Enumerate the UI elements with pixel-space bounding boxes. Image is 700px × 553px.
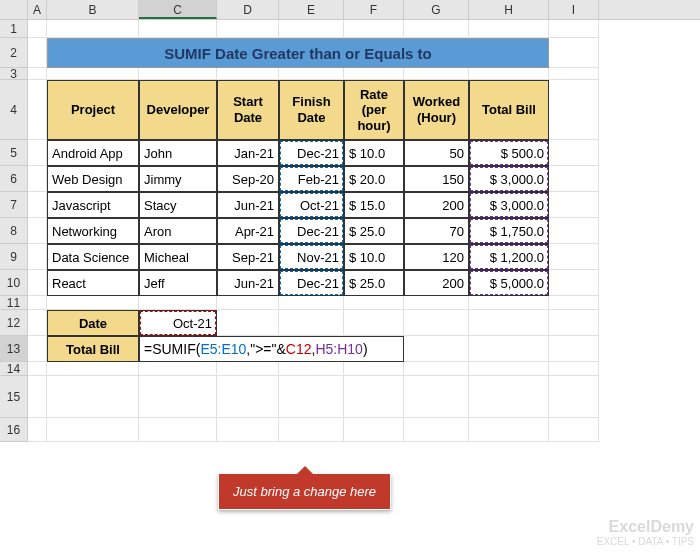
cell-12-5[interactable] <box>279 310 344 336</box>
cell-start-0[interactable]: Jan-21 <box>217 140 279 166</box>
cell-3-6[interactable] <box>344 68 404 80</box>
cell-15-8[interactable] <box>469 376 549 418</box>
cell-1-4[interactable] <box>217 20 279 38</box>
cell-start-4[interactable]: Sep-21 <box>217 244 279 270</box>
col-header-C[interactable]: C <box>139 0 217 19</box>
cell-3-5[interactable] <box>279 68 344 80</box>
cell-11-9[interactable] <box>549 296 599 310</box>
cell-total-0[interactable]: $ 500.0 <box>469 140 549 166</box>
cell-14-3[interactable] <box>139 362 217 376</box>
cell-7-9[interactable] <box>549 192 599 218</box>
cell-12-4[interactable] <box>217 310 279 336</box>
cell-total-5[interactable]: $ 5,000.0 <box>469 270 549 296</box>
row-header-16[interactable]: 16 <box>0 418 28 442</box>
cell-1-3[interactable] <box>139 20 217 38</box>
col-header-D[interactable]: D <box>217 0 279 19</box>
cell-2-9[interactable] <box>549 38 599 68</box>
cell-15-9[interactable] <box>549 376 599 418</box>
cell-11-4[interactable] <box>217 296 279 310</box>
cell-15-6[interactable] <box>344 376 404 418</box>
cell-13-8[interactable] <box>469 336 549 362</box>
date-value[interactable]: Oct-21 <box>139 310 217 336</box>
row-header-11[interactable]: 11 <box>0 296 28 310</box>
cell-worked-1[interactable]: 150 <box>404 166 469 192</box>
cell-15-4[interactable] <box>217 376 279 418</box>
cell-16-3[interactable] <box>139 418 217 442</box>
cell-rate-0[interactable]: $ 10.0 <box>344 140 404 166</box>
cell-12-7[interactable] <box>404 310 469 336</box>
cell-12-9[interactable] <box>549 310 599 336</box>
cell-15-7[interactable] <box>404 376 469 418</box>
cell-16-2[interactable] <box>47 418 139 442</box>
cell-3-1[interactable] <box>28 68 47 80</box>
cell-10-9[interactable] <box>549 270 599 296</box>
cell-3-3[interactable] <box>139 68 217 80</box>
cell-rate-1[interactable]: $ 20.0 <box>344 166 404 192</box>
row-header-3[interactable]: 3 <box>0 68 28 80</box>
cell-11-8[interactable] <box>469 296 549 310</box>
row-header-13[interactable]: 13 <box>0 336 28 362</box>
cell-1-5[interactable] <box>279 20 344 38</box>
cell-15-1[interactable] <box>28 376 47 418</box>
cell-finish-2[interactable]: Oct-21 <box>279 192 344 218</box>
cell-worked-3[interactable]: 70 <box>404 218 469 244</box>
cell-11-2[interactable] <box>47 296 139 310</box>
cell-11-6[interactable] <box>344 296 404 310</box>
cell-project-2[interactable]: Javascript <box>47 192 139 218</box>
cell-project-3[interactable]: Networking <box>47 218 139 244</box>
cell-finish-1[interactable]: Feb-21 <box>279 166 344 192</box>
cell-5-1[interactable] <box>28 140 47 166</box>
cell-8-9[interactable] <box>549 218 599 244</box>
cell-project-1[interactable]: Web Design <box>47 166 139 192</box>
cell-finish-5[interactable]: Dec-21 <box>279 270 344 296</box>
cell-13-7[interactable] <box>404 336 469 362</box>
cell-finish-0[interactable]: Dec-21 <box>279 140 344 166</box>
row-header-10[interactable]: 10 <box>0 270 28 296</box>
cell-developer-3[interactable]: Aron <box>139 218 217 244</box>
cell-finish-3[interactable]: Dec-21 <box>279 218 344 244</box>
cell-9-9[interactable] <box>549 244 599 270</box>
cell-project-4[interactable]: Data Science <box>47 244 139 270</box>
row-header-6[interactable]: 6 <box>0 166 28 192</box>
cell-14-6[interactable] <box>344 362 404 376</box>
cell-developer-2[interactable]: Stacy <box>139 192 217 218</box>
cell-16-1[interactable] <box>28 418 47 442</box>
cell-3-9[interactable] <box>549 68 599 80</box>
cell-13-9[interactable] <box>549 336 599 362</box>
row-header-7[interactable]: 7 <box>0 192 28 218</box>
cell-14-7[interactable] <box>404 362 469 376</box>
cell-1-8[interactable] <box>469 20 549 38</box>
cell-16-4[interactable] <box>217 418 279 442</box>
cell-4-9[interactable] <box>549 80 599 140</box>
cell-start-1[interactable]: Sep-20 <box>217 166 279 192</box>
cell-developer-4[interactable]: Micheal <box>139 244 217 270</box>
cell-16-8[interactable] <box>469 418 549 442</box>
cell-14-4[interactable] <box>217 362 279 376</box>
cell-worked-2[interactable]: 200 <box>404 192 469 218</box>
cell-rate-5[interactable]: $ 25.0 <box>344 270 404 296</box>
cell-16-5[interactable] <box>279 418 344 442</box>
cell-4-1[interactable] <box>28 80 47 140</box>
cell-15-5[interactable] <box>279 376 344 418</box>
cell-project-0[interactable]: Android App <box>47 140 139 166</box>
cell-total-2[interactable]: $ 3,000.0 <box>469 192 549 218</box>
cell-3-2[interactable] <box>47 68 139 80</box>
col-header-B[interactable]: B <box>47 0 139 19</box>
cell-16-6[interactable] <box>344 418 404 442</box>
cell-8-1[interactable] <box>28 218 47 244</box>
cell-14-9[interactable] <box>549 362 599 376</box>
col-header-E[interactable]: E <box>279 0 344 19</box>
col-header-H[interactable]: H <box>469 0 549 19</box>
formula-cell[interactable]: =SUMIF(E5:E10,">="&C12,H5:H10) <box>139 336 404 362</box>
cell-11-5[interactable] <box>279 296 344 310</box>
row-header-15[interactable]: 15 <box>0 376 28 418</box>
cell-developer-0[interactable]: John <box>139 140 217 166</box>
cell-14-2[interactable] <box>47 362 139 376</box>
cell-14-8[interactable] <box>469 362 549 376</box>
cell-3-4[interactable] <box>217 68 279 80</box>
row-header-8[interactable]: 8 <box>0 218 28 244</box>
cell-developer-5[interactable]: Jeff <box>139 270 217 296</box>
cell-2-1[interactable] <box>28 38 47 68</box>
cell-1-6[interactable] <box>344 20 404 38</box>
cell-total-3[interactable]: $ 1,750.0 <box>469 218 549 244</box>
